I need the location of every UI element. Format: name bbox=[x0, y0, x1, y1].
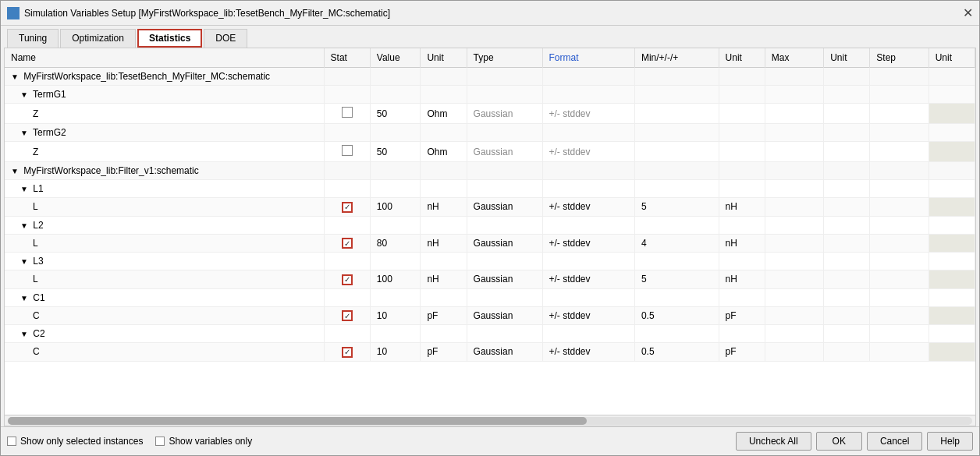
show-variables-option[interactable]: Show variables only bbox=[155, 436, 252, 447]
table-header-row: Name Stat Value Unit Type Format Min/+/-… bbox=[5, 48, 975, 68]
row-format: +/- stddev bbox=[542, 306, 634, 325]
stat-checkbox[interactable] bbox=[342, 274, 353, 285]
row-unit2 bbox=[719, 142, 765, 162]
row-stat-cell[interactable] bbox=[324, 198, 370, 217]
stat-checkbox[interactable] bbox=[342, 347, 353, 358]
table-row: L 100 nH Gaussian +/- stddev 5 nH bbox=[5, 270, 975, 289]
col-header-unit4[interactable]: Unit bbox=[929, 48, 975, 68]
table-row: L 80 nH Gaussian +/- stddev 4 nH bbox=[5, 234, 975, 253]
table-row: ▼ C1 bbox=[5, 288, 975, 306]
col-header-format[interactable]: Format bbox=[542, 48, 634, 68]
col-header-type[interactable]: Type bbox=[467, 48, 542, 68]
row-minmax: 0.5 bbox=[634, 306, 719, 325]
row-type: Gaussian bbox=[467, 142, 542, 162]
tab-bar: Tuning Optimization Statistics DOE bbox=[1, 26, 979, 48]
show-variables-checkbox[interactable] bbox=[155, 437, 165, 446]
col-header-stat[interactable]: Stat bbox=[324, 48, 370, 68]
row-unit4 bbox=[929, 198, 975, 217]
stat-checkbox[interactable] bbox=[342, 145, 353, 156]
row-format: +/- stddev bbox=[542, 234, 634, 253]
row-name: C bbox=[5, 306, 324, 325]
col-header-max[interactable]: Max bbox=[765, 48, 823, 68]
title-bar: Simulation Variables Setup [MyFirstWorks… bbox=[1, 1, 979, 26]
stat-checkbox[interactable] bbox=[342, 310, 353, 321]
row-stat-cell[interactable] bbox=[324, 234, 370, 253]
row-max bbox=[765, 142, 823, 162]
chevron-icon: ▼ bbox=[20, 330, 28, 338]
row-name: L bbox=[5, 270, 324, 289]
row-format: +/- stddev bbox=[542, 198, 634, 217]
close-button[interactable]: ✕ bbox=[963, 5, 973, 20]
row-unit4 bbox=[929, 306, 975, 325]
show-selected-checkbox[interactable] bbox=[7, 437, 16, 446]
show-variables-label: Show variables only bbox=[169, 436, 252, 447]
row-format: +/- stddev bbox=[542, 270, 634, 289]
tab-optimization[interactable]: Optimization bbox=[60, 29, 136, 48]
row-name: ▼ TermG1 bbox=[5, 86, 324, 104]
row-unit4 bbox=[929, 270, 975, 289]
row-type: Gaussian bbox=[467, 306, 542, 325]
stat-checkbox[interactable] bbox=[342, 202, 353, 213]
row-value: 50 bbox=[370, 142, 421, 162]
row-stat-cell[interactable] bbox=[324, 142, 370, 162]
row-type: Gaussian bbox=[467, 270, 542, 289]
row-unit: Ohm bbox=[421, 104, 467, 124]
show-selected-option[interactable]: Show only selected instances bbox=[7, 436, 143, 447]
cancel-button[interactable]: Cancel bbox=[867, 432, 922, 451]
ok-button[interactable]: OK bbox=[816, 432, 862, 451]
chevron-icon: ▼ bbox=[20, 90, 28, 99]
tab-statistics[interactable]: Statistics bbox=[137, 29, 202, 48]
row-unit4 bbox=[929, 104, 975, 124]
row-unit: nH bbox=[421, 234, 467, 253]
col-header-value[interactable]: Value bbox=[370, 48, 421, 68]
footer-options: Show only selected instances Show variab… bbox=[7, 436, 252, 447]
chevron-icon: ▼ bbox=[20, 129, 28, 137]
stat-checkbox[interactable] bbox=[342, 107, 353, 118]
row-max bbox=[765, 343, 823, 362]
table-row: C 10 pF Gaussian +/- stddev 0.5 pF bbox=[5, 306, 975, 325]
uncheck-all-button[interactable]: Uncheck All bbox=[736, 432, 811, 451]
tab-tuning[interactable]: Tuning bbox=[7, 29, 59, 48]
col-header-step[interactable]: Step bbox=[870, 48, 929, 68]
row-unit2 bbox=[719, 104, 765, 124]
row-format: +/- stddev bbox=[542, 142, 634, 162]
scrollbar-thumb[interactable] bbox=[8, 417, 587, 425]
col-header-unit3[interactable]: Unit bbox=[824, 48, 870, 68]
col-header-unit[interactable]: Unit bbox=[421, 48, 467, 68]
table-row: C 10 pF Gaussian +/- stddev 0.5 pF bbox=[5, 343, 975, 362]
chevron-icon: ▼ bbox=[11, 72, 19, 81]
table-row: L 100 nH Gaussian +/- stddev 5 nH bbox=[5, 198, 975, 217]
row-unit2: nH bbox=[719, 270, 765, 289]
variables-table: Name Stat Value Unit Type Format Min/+/-… bbox=[5, 48, 975, 362]
row-stat-cell[interactable] bbox=[324, 104, 370, 124]
stat-checkbox[interactable] bbox=[342, 238, 353, 249]
app-icon bbox=[7, 7, 20, 19]
table-row: Z 50 Ohm Gaussian +/- stddev bbox=[5, 104, 975, 124]
row-name: ▼ L1 bbox=[5, 180, 324, 198]
row-unit3 bbox=[824, 234, 870, 253]
row-minmax bbox=[634, 104, 719, 124]
footer: Show only selected instances Show variab… bbox=[1, 426, 979, 455]
row-format: +/- stddev bbox=[542, 343, 634, 362]
row-name: ▼ MyFirstWorkspace_lib:TesetBench_MyFilt… bbox=[5, 68, 324, 86]
row-value: 80 bbox=[370, 234, 421, 253]
row-name: ▼ MyFirstWorkspace_lib:Filter_v1:schemat… bbox=[5, 162, 324, 180]
row-name: ▼ C1 bbox=[5, 288, 324, 306]
row-max bbox=[765, 104, 823, 124]
tab-doe[interactable]: DOE bbox=[204, 29, 247, 48]
row-unit2: nH bbox=[719, 198, 765, 217]
table-row: ▼ MyFirstWorkspace_lib:TesetBench_MyFilt… bbox=[5, 68, 975, 86]
row-stat bbox=[324, 68, 370, 86]
row-name: ▼ TermG2 bbox=[5, 124, 324, 142]
chevron-icon: ▼ bbox=[20, 221, 28, 230]
row-minmax bbox=[634, 142, 719, 162]
horizontal-scrollbar[interactable] bbox=[8, 417, 972, 425]
help-button[interactable]: Help bbox=[927, 432, 973, 451]
col-header-unit2[interactable]: Unit bbox=[719, 48, 765, 68]
row-stat-cell[interactable] bbox=[324, 306, 370, 325]
col-header-name[interactable]: Name bbox=[5, 48, 324, 68]
row-max bbox=[765, 270, 823, 289]
col-header-minmax[interactable]: Min/+/-/+ bbox=[634, 48, 719, 68]
row-stat-cell[interactable] bbox=[324, 343, 370, 362]
row-stat-cell[interactable] bbox=[324, 270, 370, 289]
